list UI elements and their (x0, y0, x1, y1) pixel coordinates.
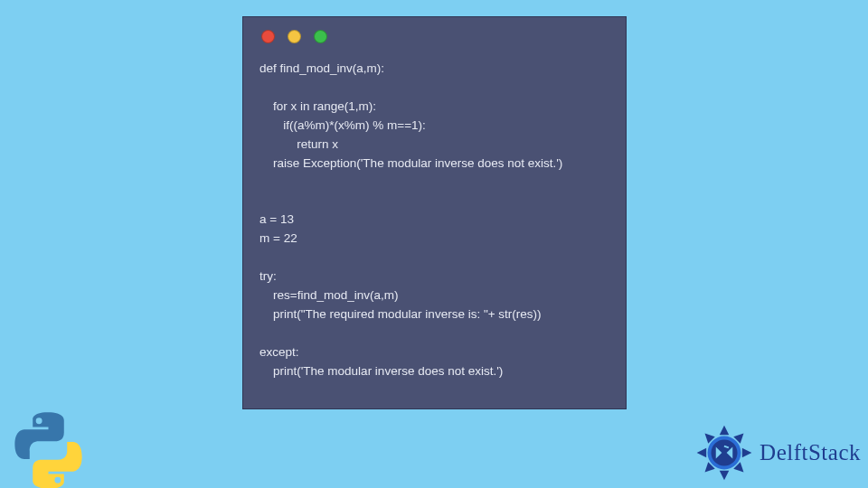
svg-marker-2 (742, 448, 752, 458)
window-controls (261, 30, 609, 43)
delftstack-logo-icon (694, 423, 754, 483)
svg-point-9 (712, 439, 738, 465)
svg-marker-0 (720, 426, 730, 436)
code-window: def find_mod_inv(a,m): for x in range(1,… (242, 16, 627, 409)
minimize-icon (288, 30, 301, 43)
brand-badge: DelftStack (694, 423, 861, 483)
close-icon (261, 30, 275, 43)
svg-marker-6 (697, 448, 707, 458)
maximize-icon (314, 30, 327, 43)
python-logo-icon (5, 408, 91, 488)
brand-name: DelftStack (760, 440, 861, 465)
code-content: def find_mod_inv(a,m): for x in range(1,… (259, 60, 609, 381)
svg-marker-4 (720, 471, 730, 481)
